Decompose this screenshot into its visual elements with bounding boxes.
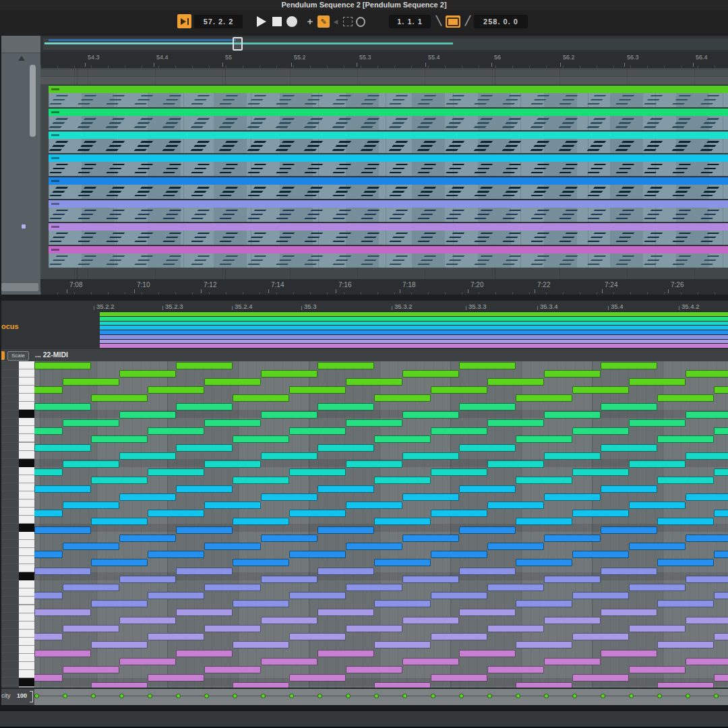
midi-note[interactable] — [714, 386, 728, 394]
midi-note[interactable] — [63, 502, 119, 509]
midi-note[interactable] — [204, 543, 261, 550]
midi-note[interactable] — [34, 526, 91, 534]
clip-header[interactable] — [49, 222, 728, 231]
midi-note[interactable] — [601, 444, 657, 452]
midi-note[interactable] — [261, 535, 317, 542]
midi-note[interactable] — [176, 650, 233, 657]
arrangement-overview[interactable] — [40, 36, 728, 52]
midi-note[interactable] — [34, 403, 91, 411]
white-key[interactable] — [19, 394, 34, 402]
midi-note[interactable] — [233, 394, 289, 402]
midi-note[interactable] — [346, 378, 402, 386]
midi-note[interactable] — [459, 650, 516, 657]
midi-note[interactable] — [657, 435, 714, 443]
midi-note[interactable] — [402, 411, 459, 419]
white-key[interactable] — [19, 580, 34, 588]
velocity-dot[interactable] — [516, 694, 520, 698]
velocity-dot[interactable] — [346, 694, 351, 698]
midi-note[interactable] — [34, 551, 63, 558]
play-button[interactable] — [255, 14, 268, 28]
draw-grid-button[interactable] — [343, 17, 353, 26]
midi-note[interactable] — [34, 427, 63, 435]
white-key[interactable] — [19, 654, 34, 662]
midi-note[interactable] — [346, 666, 402, 673]
midi-note[interactable] — [317, 485, 374, 493]
midi-note[interactable] — [431, 510, 487, 517]
white-key[interactable] — [19, 516, 34, 524]
midi-note[interactable] — [34, 386, 63, 394]
velocity-dot[interactable] — [572, 694, 577, 698]
midi-note[interactable] — [714, 633, 728, 640]
midi-note[interactable] — [714, 427, 728, 435]
midi-note[interactable] — [544, 658, 601, 665]
midi-note[interactable] — [402, 452, 459, 460]
white-key[interactable] — [19, 605, 34, 613]
midi-note[interactable] — [346, 502, 402, 509]
midi-note[interactable] — [516, 518, 572, 525]
white-key[interactable] — [19, 434, 34, 442]
midi-note[interactable] — [289, 674, 346, 681]
midi-note[interactable] — [487, 625, 544, 632]
scroll-up-arrow-icon[interactable] — [18, 56, 25, 61]
midi-note[interactable] — [63, 460, 119, 468]
midi-note[interactable] — [346, 543, 402, 550]
white-key[interactable] — [19, 426, 34, 434]
clip-overview-strip[interactable] — [100, 311, 728, 348]
vertical-scrollbar[interactable] — [30, 65, 36, 137]
midi-note[interactable] — [34, 674, 63, 681]
focus-button[interactable]: ocus — [1, 322, 19, 330]
midi-note[interactable] — [629, 666, 686, 673]
midi-note[interactable] — [119, 411, 176, 419]
midi-note[interactable] — [204, 584, 261, 591]
midi-note[interactable] — [487, 460, 544, 468]
midi-note[interactable] — [204, 460, 261, 468]
midi-note[interactable] — [431, 427, 487, 435]
midi-note[interactable] — [686, 658, 728, 665]
velocity-dot[interactable] — [601, 694, 605, 698]
black-key[interactable] — [19, 572, 34, 580]
midi-note[interactable] — [572, 592, 629, 599]
white-key[interactable] — [19, 402, 34, 410]
record-button[interactable] — [286, 16, 297, 27]
midi-note[interactable] — [402, 535, 459, 542]
white-key[interactable] — [19, 621, 34, 630]
clip-header[interactable] — [49, 245, 728, 253]
velocity-dot[interactable] — [176, 694, 181, 698]
midi-note[interactable] — [148, 592, 204, 599]
midi-note[interactable] — [289, 427, 346, 435]
white-key[interactable] — [19, 369, 34, 377]
midi-note[interactable] — [402, 370, 459, 377]
black-key[interactable] — [19, 524, 34, 532]
midi-note[interactable] — [204, 666, 261, 673]
midi-note[interactable] — [148, 633, 204, 640]
loop-start-display[interactable]: 1. 1. 1 — [389, 15, 431, 28]
midi-note[interactable] — [289, 510, 346, 517]
white-key[interactable] — [19, 475, 34, 483]
midi-note[interactable] — [516, 394, 572, 402]
midi-note[interactable] — [346, 460, 402, 468]
midi-note[interactable] — [374, 477, 431, 484]
midi-note[interactable] — [317, 444, 374, 452]
midi-note[interactable] — [516, 641, 572, 648]
midi-note[interactable] — [261, 370, 317, 377]
midi-note[interactable] — [714, 674, 728, 681]
white-key[interactable] — [19, 491, 34, 499]
midi-note[interactable] — [261, 658, 317, 665]
arrangement-track[interactable] — [49, 245, 728, 268]
midi-note[interactable] — [544, 411, 601, 419]
midi-note[interactable] — [204, 378, 261, 386]
midi-note[interactable] — [91, 682, 148, 688]
stop-button[interactable] — [272, 16, 282, 27]
velocity-dot[interactable] — [459, 694, 464, 698]
midi-note[interactable] — [657, 394, 714, 402]
midi-note[interactable] — [544, 576, 601, 583]
clip-header[interactable] — [49, 85, 728, 93]
black-key[interactable] — [19, 410, 34, 418]
midi-note[interactable] — [34, 568, 91, 575]
follow-button[interactable] — [177, 14, 191, 28]
midi-note[interactable] — [629, 502, 686, 509]
midi-note[interactable] — [233, 518, 289, 525]
white-key[interactable] — [19, 613, 34, 621]
midi-note[interactable] — [431, 674, 487, 681]
midi-note[interactable] — [148, 510, 204, 517]
